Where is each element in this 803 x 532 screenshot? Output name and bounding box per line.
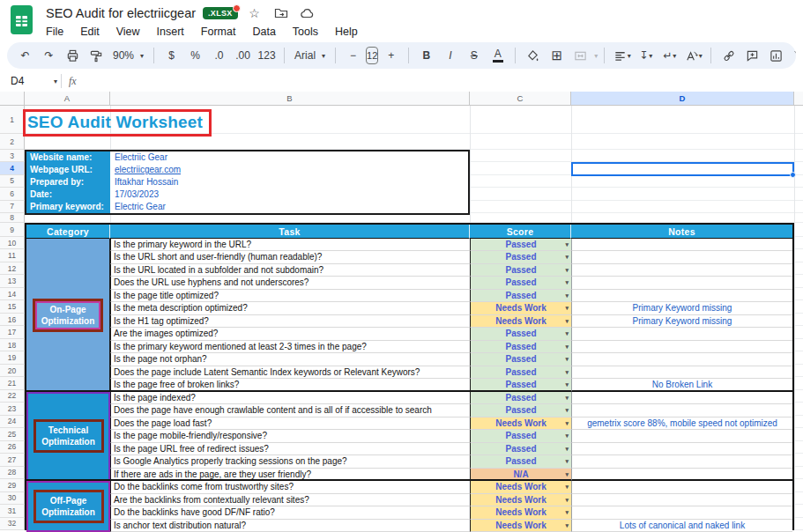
task-cell[interactable]: Does the page load fast? — [110, 417, 470, 430]
grid-corner[interactable] — [0, 92, 25, 106]
score-dropdown-caret[interactable]: ▾ — [565, 290, 569, 301]
score-cell[interactable]: Passed▾ — [470, 443, 571, 455]
score-dropdown-caret[interactable]: ▾ — [565, 239, 569, 250]
task-cell[interactable]: Is the page URL free of redirect issues? — [110, 443, 470, 455]
info-value[interactable]: Electriic Gear — [110, 151, 167, 164]
score-cell[interactable]: Passed▾ — [470, 251, 571, 263]
task-cell[interactable]: Is the URL located in a subfolder and no… — [110, 264, 470, 277]
task-cell[interactable]: Is the meta description optimized? — [110, 302, 470, 314]
column-header-C[interactable]: C — [470, 92, 571, 106]
undo-button[interactable]: ↶ — [14, 45, 36, 66]
formula-input[interactable] — [77, 70, 803, 92]
task-cell[interactable]: Is the page not orphan? — [110, 353, 470, 366]
score-cell[interactable]: Passed▾ — [470, 239, 571, 251]
menu-item-view[interactable]: View — [116, 26, 140, 38]
note-cell[interactable]: No Broken Link — [571, 379, 792, 391]
score-cell[interactable]: Needs Work▾ — [470, 520, 571, 532]
row-header-30[interactable]: 30 — [0, 492, 25, 505]
category-cell[interactable]: TechnicalOptimization — [26, 392, 110, 481]
score-cell[interactable]: Needs Work▾ — [470, 481, 571, 493]
info-value[interactable]: Electric Gear — [110, 201, 166, 213]
font-select[interactable]: Arial▾ — [291, 49, 329, 62]
score-cell[interactable]: Passed▾ — [470, 379, 571, 391]
paint-format-button[interactable] — [86, 45, 108, 66]
font-size-input[interactable]: 12 — [366, 47, 378, 64]
star-button[interactable]: ☆ — [245, 4, 264, 22]
task-cell[interactable]: Does the URL use hyphens and not undersc… — [110, 277, 470, 289]
task-cell[interactable]: Do the backlinks come from trustworthy s… — [110, 481, 470, 493]
row-header-31[interactable]: 31 — [0, 505, 25, 517]
row-header-25[interactable]: 25 — [0, 428, 25, 440]
row-header-29[interactable]: 29 — [0, 479, 25, 491]
column-header-B[interactable]: B — [110, 92, 470, 106]
score-dropdown-caret[interactable]: ▾ — [565, 379, 569, 389]
score-dropdown-caret[interactable]: ▾ — [565, 404, 569, 416]
row-header-22[interactable]: 22 — [0, 390, 25, 403]
note-cell[interactable] — [571, 481, 792, 493]
score-dropdown-caret[interactable]: ▾ — [565, 392, 569, 403]
redo-button[interactable]: ↷ — [38, 45, 60, 66]
row-header-1[interactable]: 1 — [0, 106, 25, 134]
name-box[interactable]: D4 — [0, 75, 53, 87]
score-dropdown-caret[interactable]: ▾ — [565, 302, 569, 314]
score-dropdown-caret[interactable]: ▾ — [565, 469, 569, 479]
info-label[interactable]: Date: — [26, 188, 110, 201]
row-header-11[interactable]: 11 — [0, 249, 25, 262]
move-folder-button[interactable] — [271, 4, 291, 22]
borders-button[interactable]: ⊞ — [546, 45, 568, 66]
score-cell[interactable]: Passed▾ — [470, 353, 571, 366]
row-header-15[interactable]: 15 — [0, 300, 25, 313]
score-dropdown-caret[interactable]: ▾ — [565, 481, 569, 492]
text-rotation-button[interactable]: ▾ — [682, 45, 704, 66]
note-cell[interactable] — [571, 353, 792, 366]
row-header-13[interactable]: 13 — [0, 275, 25, 287]
note-cell[interactable] — [571, 392, 792, 404]
merge-cells-button[interactable] — [569, 45, 591, 66]
row-header-18[interactable]: 18 — [0, 339, 25, 351]
score-cell[interactable]: Passed▾ — [470, 366, 571, 379]
score-dropdown-caret[interactable]: ▾ — [565, 328, 569, 339]
category-cell[interactable]: Off-PageOptimization — [26, 481, 110, 532]
note-cell[interactable] — [571, 251, 792, 263]
task-cell[interactable]: Is the page indexed? — [110, 392, 470, 404]
note-cell[interactable] — [571, 455, 792, 468]
task-cell[interactable]: Is the page free of broken links? — [110, 379, 470, 391]
increase-decimals-button[interactable]: .00 — [232, 45, 254, 66]
score-dropdown-caret[interactable]: ▾ — [565, 277, 569, 288]
score-cell[interactable]: Needs Work▾ — [470, 417, 571, 430]
name-box-caret[interactable]: ▾ — [54, 78, 57, 85]
menu-item-data[interactable]: Data — [252, 26, 275, 38]
currency-format-button[interactable]: $ — [160, 45, 182, 66]
info-value[interactable]: electriicgear.com — [110, 164, 181, 176]
score-cell[interactable]: Passed▾ — [470, 328, 571, 340]
row-header-7[interactable]: 7 — [0, 201, 25, 213]
note-cell[interactable] — [571, 430, 792, 442]
task-cell[interactable]: Is anchor text distribution natural? — [110, 520, 470, 532]
note-cell[interactable]: Primary Keyword missing — [571, 302, 792, 314]
row-header-27[interactable]: 27 — [0, 454, 25, 466]
task-cell[interactable]: Is the URL short and user-friendly (huma… — [110, 251, 470, 263]
score-cell[interactable]: Passed▾ — [470, 392, 571, 404]
score-cell[interactable]: Passed▾ — [470, 455, 571, 468]
row-header-19[interactable]: 19 — [0, 351, 25, 364]
task-cell[interactable]: Is the page mobile-friendly/responsive? — [110, 430, 470, 442]
score-cell[interactable]: Passed▾ — [470, 277, 571, 289]
score-cell[interactable]: Passed▾ — [470, 404, 571, 417]
score-dropdown-caret[interactable]: ▾ — [565, 494, 569, 506]
note-cell[interactable]: gemetrix score 88%, mobile speed not opt… — [571, 417, 792, 430]
note-cell[interactable]: Primary Keyword missing — [571, 315, 792, 328]
score-cell[interactable]: Needs Work▾ — [470, 494, 571, 506]
row-header-23[interactable]: 23 — [0, 403, 25, 415]
zoom-select[interactable]: 90%▾ — [109, 49, 147, 62]
note-cell[interactable] — [571, 277, 792, 289]
note-cell[interactable]: Lots of canonical and naked link — [571, 520, 792, 532]
row-header-8[interactable]: 8 — [0, 213, 25, 223]
column-header-D[interactable]: D — [571, 92, 794, 106]
decrease-font-size-button[interactable]: − — [342, 45, 364, 66]
row-header-21[interactable]: 21 — [0, 377, 25, 389]
category-cell[interactable]: On-PageOptimization — [26, 239, 110, 392]
score-dropdown-caret[interactable]: ▾ — [565, 443, 569, 454]
score-dropdown-caret[interactable]: ▾ — [565, 455, 569, 467]
merge-options-caret[interactable]: ▾ — [594, 52, 598, 60]
insert-comment-button[interactable] — [741, 45, 763, 66]
